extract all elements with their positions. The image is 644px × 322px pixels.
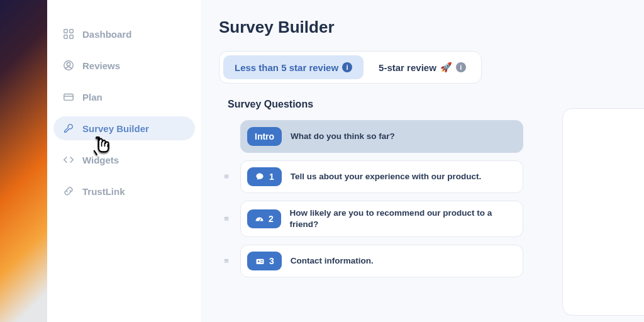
svg-rect-6 — [64, 94, 73, 101]
question-card[interactable]: 2 How likely are you to recommend our pr… — [240, 201, 523, 237]
tab-label: Less than 5 star review — [235, 62, 338, 73]
svg-rect-3 — [70, 35, 73, 38]
svg-point-10 — [257, 260, 259, 262]
sidebar-item-label: Reviews — [82, 60, 120, 71]
tab-less-than-5[interactable]: Less than 5 star review i — [223, 55, 364, 79]
svg-rect-2 — [64, 35, 67, 38]
question-card-intro[interactable]: Intro What do you think so far? — [240, 120, 523, 153]
mouse-cursor-icon — [91, 136, 116, 164]
badge-label: 3 — [269, 256, 274, 266]
tab-5-star[interactable]: 5-star review 🚀 i — [367, 55, 477, 79]
dashboard-icon — [62, 28, 75, 40]
code-icon — [62, 154, 75, 165]
link-icon — [62, 186, 75, 197]
question-badge: 1 — [247, 167, 282, 186]
badge-label: 2 — [269, 214, 274, 224]
question-card[interactable]: 3 Contact information. — [240, 245, 523, 277]
page-title: Survey Builder — [219, 18, 644, 37]
sidebar-item-widgets[interactable]: Widgets — [53, 148, 195, 172]
sidebar: Dashboard Reviews Plan Survey Builder Wi — [47, 0, 201, 322]
main-content: Survey Builder Less than 5 star review i… — [201, 0, 644, 322]
drag-handle-icon[interactable]: ≡ — [221, 259, 231, 264]
sidebar-item-label: Plan — [82, 92, 103, 103]
desktop-wallpaper — [0, 0, 47, 322]
question-row: ≡ 2 How likely are you to recommend our … — [221, 201, 523, 237]
question-badge: 3 — [247, 252, 282, 270]
question-row: ≡ 1 Tell us about your experience with o… — [221, 160, 523, 193]
svg-rect-0 — [64, 30, 67, 33]
sidebar-item-label: Dashboard — [82, 29, 131, 40]
question-text: How likely are you to recommend our prod… — [290, 208, 514, 230]
question-row: ≡ 3 Contact information. — [221, 245, 523, 277]
svg-point-5 — [67, 63, 70, 66]
svg-rect-9 — [256, 259, 264, 264]
sidebar-item-label: Survey Builder — [82, 123, 149, 134]
rocket-icon: 🚀 — [440, 62, 452, 73]
review-type-tabs: Less than 5 star review i 5-star review … — [219, 51, 482, 84]
question-text: What do you think so far? — [291, 131, 395, 142]
sidebar-item-reviews[interactable]: Reviews — [53, 53, 195, 77]
preview-panel — [562, 108, 644, 316]
sidebar-item-trustlink[interactable]: TrustLink — [53, 179, 195, 203]
info-icon[interactable]: i — [342, 62, 352, 72]
question-text: Tell us about your experience with our p… — [291, 171, 482, 182]
info-icon[interactable]: i — [456, 62, 466, 72]
sidebar-item-dashboard[interactable]: Dashboard — [53, 22, 195, 46]
badge-label: 1 — [269, 172, 274, 182]
wrench-icon — [62, 123, 75, 134]
app-window: Dashboard Reviews Plan Survey Builder Wi — [47, 0, 644, 322]
question-row: ≡ Intro What do you think so far? — [221, 120, 523, 153]
sidebar-item-survey-builder[interactable]: Survey Builder — [53, 116, 195, 140]
drag-handle-icon[interactable]: ≡ — [221, 175, 231, 179]
sidebar-item-label: TrustLink — [82, 186, 125, 197]
sidebar-item-plan[interactable]: Plan — [53, 85, 195, 109]
question-badge: Intro — [247, 127, 282, 146]
credit-card-icon — [62, 91, 75, 103]
drag-handle-icon[interactable]: ≡ — [221, 217, 231, 221]
svg-rect-1 — [70, 30, 73, 33]
question-text: Contact information. — [291, 255, 374, 267]
chat-icon — [255, 172, 265, 182]
badge-label: Intro — [255, 131, 274, 142]
question-card[interactable]: 1 Tell us about your experience with our… — [240, 160, 523, 193]
questions-list: ≡ Intro What do you think so far? ≡ 1 — [221, 120, 523, 277]
scale-icon — [255, 214, 264, 224]
question-badge: 2 — [247, 209, 281, 228]
tab-label: 5-star review — [379, 62, 436, 73]
user-circle-icon — [62, 60, 75, 71]
id-card-icon — [255, 256, 265, 266]
